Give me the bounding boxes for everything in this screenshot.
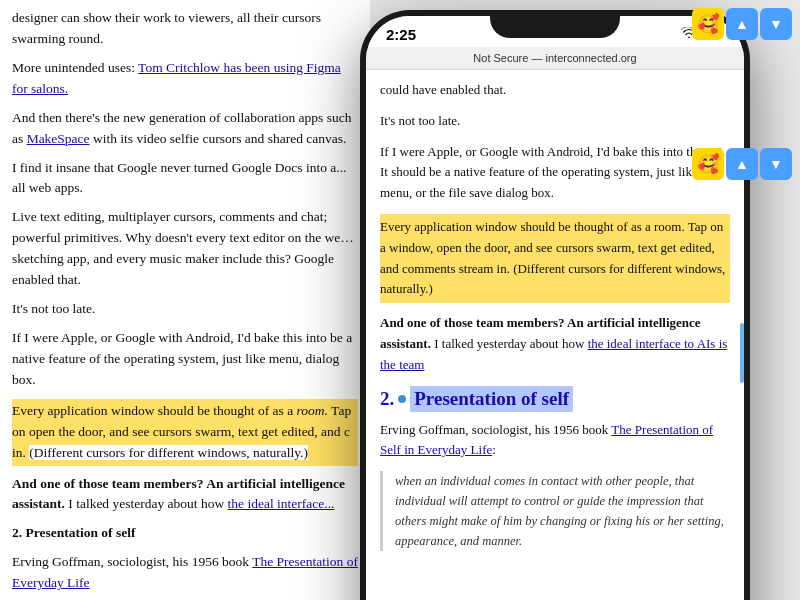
scroll-indicator — [740, 323, 744, 383]
scroll-up-top[interactable]: ▲ — [726, 8, 758, 40]
mobile-p5: And one of those team members? An artifi… — [380, 313, 730, 375]
ideal-interface-link[interactable]: the ideal interface... — [228, 496, 335, 511]
phone-notch — [490, 10, 620, 38]
cursor-dot-icon — [398, 395, 406, 403]
article-p8-highlighted: Every application window should be thoug… — [12, 399, 358, 466]
goffman-text: Erving Goffman, sociologist, his 1956 bo… — [380, 420, 730, 462]
section-number: 2. — [380, 388, 394, 410]
scroll-down-top[interactable]: ▼ — [760, 8, 792, 40]
security-label: Not Secure — — [473, 52, 542, 64]
article-p1: designer can show their work to viewers,… — [12, 8, 358, 50]
status-time: 2:25 — [386, 26, 416, 43]
article-p2: More unintended uses: Tom Critchlow has … — [12, 58, 358, 100]
goffman-prefix: Erving Goffman, sociologist, his 1956 bo… — [380, 422, 611, 437]
browser-content[interactable]: could have enabled that. It's not too la… — [366, 70, 744, 600]
emoji-buttons-top: 🥰 ▲ ▼ — [692, 8, 792, 40]
article-background: designer can show their work to viewers,… — [0, 0, 370, 600]
section-heading: 2. Presentation of self — [380, 386, 730, 412]
goffman-quote: when an individual comes in contact with… — [380, 471, 730, 551]
emoji-face-top[interactable]: 🥰 — [692, 8, 724, 40]
mobile-p4-highlighted: Every application window should be thoug… — [380, 214, 730, 303]
article-section-heading: 2. Presentation of self — [12, 523, 358, 544]
article-p7: If I were Apple, or Google with Android,… — [12, 328, 358, 391]
mobile-p1: could have enabled that. — [380, 80, 730, 101]
mobile-p3: If I were Apple, or Google with Android,… — [380, 142, 730, 204]
browser-bar[interactable]: Not Secure — interconnected.org — [366, 47, 744, 70]
url-label: interconnected.org — [546, 52, 637, 64]
goffman-book-link[interactable]: The Presentation of Everyday Life — [12, 554, 358, 590]
article-p3: And then there's the new generation of c… — [12, 108, 358, 150]
scroll-down-mid[interactable]: ▼ — [760, 148, 792, 180]
article-section-body: Erving Goffman, sociologist, his 1956 bo… — [12, 552, 358, 594]
figma-salons-link[interactable]: Tom Critchlow has been using Figma for s… — [12, 60, 341, 96]
scroll-up-mid[interactable]: ▲ — [726, 148, 758, 180]
p5-suffix: I talked yesterday about how — [434, 336, 587, 351]
article-p5: Live text editing, multiplayer cursors, … — [12, 207, 358, 291]
phone-screen: 2:25 — [366, 16, 744, 600]
article-p6: It's not too late. — [12, 299, 358, 320]
phone: 2:25 — [360, 10, 750, 600]
makespace-link[interactable]: MakeSpace — [27, 131, 90, 146]
article-p4: I find it insane that Google never turne… — [12, 158, 358, 200]
section-title: Presentation of self — [410, 386, 573, 412]
goffman-suffix: : — [492, 442, 496, 457]
article-p9: And one of those team members? An artifi… — [12, 474, 358, 516]
emoji-buttons-mid: 🥰 ▲ ▼ — [692, 148, 792, 180]
emoji-face-mid[interactable]: 🥰 — [692, 148, 724, 180]
mobile-p2: It's not too late. — [380, 111, 730, 132]
